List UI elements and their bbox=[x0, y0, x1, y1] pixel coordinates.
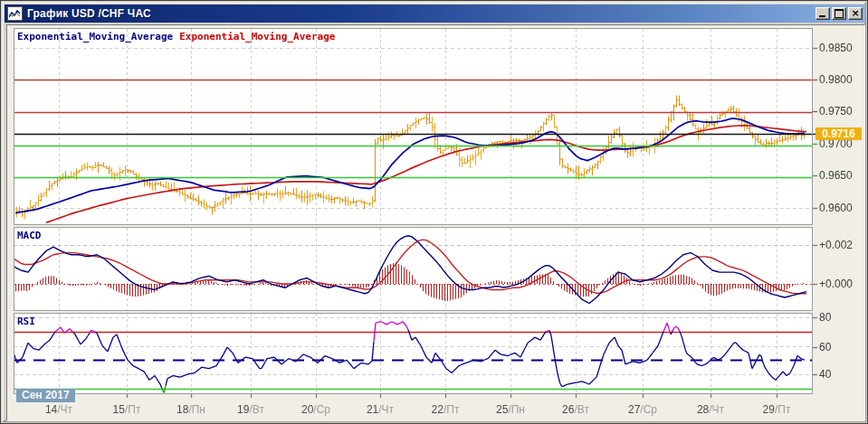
day-weekday: /Пт bbox=[125, 403, 140, 416]
day-number: 26 bbox=[562, 403, 574, 416]
day-weekday: /Вт bbox=[574, 403, 588, 416]
day-axis-label: 14/Чт bbox=[45, 403, 72, 416]
day-number: 29 bbox=[763, 403, 775, 416]
day-axis-label: 26/Вт bbox=[562, 403, 589, 416]
day-number: 15 bbox=[113, 403, 125, 416]
rsi-axis-label: 60 bbox=[819, 341, 831, 353]
macd-axis-label: +0.000 bbox=[819, 278, 853, 290]
day-axis-label: 22/Пт bbox=[432, 403, 460, 416]
day-weekday: /Пн bbox=[188, 403, 205, 416]
day-axis-label: 15/Пт bbox=[113, 403, 141, 416]
day-axis-label: 19/Вт bbox=[237, 403, 264, 416]
price-axis-label: 0.9750 bbox=[819, 105, 853, 118]
chart-window: График USD /CHF ЧАС × Exponential_Moving… bbox=[0, 0, 868, 424]
day-axis-label: 25/Пн bbox=[496, 403, 525, 416]
day-number: 20 bbox=[301, 403, 313, 416]
day-axis-label: 18/Пн bbox=[176, 403, 205, 416]
day-axis-label: 20/Ср bbox=[301, 403, 330, 416]
ema-legend: Exponential_Moving_AverageExponential_Mo… bbox=[17, 31, 335, 42]
macd-axis-label: +0.002 bbox=[819, 239, 853, 251]
day-weekday: /Пн bbox=[508, 403, 525, 416]
day-axis-label: 21/Чт bbox=[367, 403, 394, 416]
day-number: 27 bbox=[628, 403, 640, 416]
day-number: 25 bbox=[496, 403, 508, 416]
day-number: 22 bbox=[432, 403, 444, 416]
ema-fast-legend-label: Exponential_Moving_Average bbox=[17, 31, 173, 42]
month-badge: Сен 2017 bbox=[16, 389, 75, 402]
day-weekday: /Ср bbox=[640, 403, 657, 416]
day-number: 21 bbox=[367, 403, 378, 416]
price-axis-label: 0.9650 bbox=[819, 169, 853, 182]
day-number: 28 bbox=[697, 403, 709, 416]
price-axis-label: 0.9600 bbox=[819, 202, 853, 214]
day-axis-label: 27/Ср bbox=[628, 403, 657, 416]
chart-canvas[interactable] bbox=[1, 1, 868, 424]
rsi-axis-label: 80 bbox=[819, 311, 831, 324]
price-axis-label: 0.9800 bbox=[819, 73, 853, 86]
day-number: 19 bbox=[237, 403, 249, 416]
day-weekday: /Пт bbox=[775, 403, 790, 416]
day-weekday: /Вт bbox=[249, 403, 263, 416]
day-axis-label: 29/Пт bbox=[763, 403, 791, 416]
day-weekday: /Ср bbox=[313, 403, 330, 416]
ema-slow-legend-label: Exponential_Moving_Average bbox=[179, 31, 335, 42]
day-weekday: /Пт bbox=[444, 403, 459, 416]
price-axis-label: 0.9850 bbox=[819, 42, 853, 54]
rsi-panel-title: RSI bbox=[17, 316, 35, 327]
current-price-badge: 0.9716 bbox=[816, 127, 862, 140]
macd-panel-title: MACD bbox=[17, 230, 42, 241]
day-weekday: /Чт bbox=[709, 403, 724, 416]
day-weekday: /Чт bbox=[378, 403, 394, 416]
day-number: 14 bbox=[45, 403, 57, 416]
day-axis-label: 28/Чт bbox=[697, 403, 724, 416]
day-number: 18 bbox=[176, 403, 188, 416]
rsi-axis-label: 40 bbox=[819, 368, 831, 381]
day-weekday: /Чт bbox=[57, 403, 72, 416]
